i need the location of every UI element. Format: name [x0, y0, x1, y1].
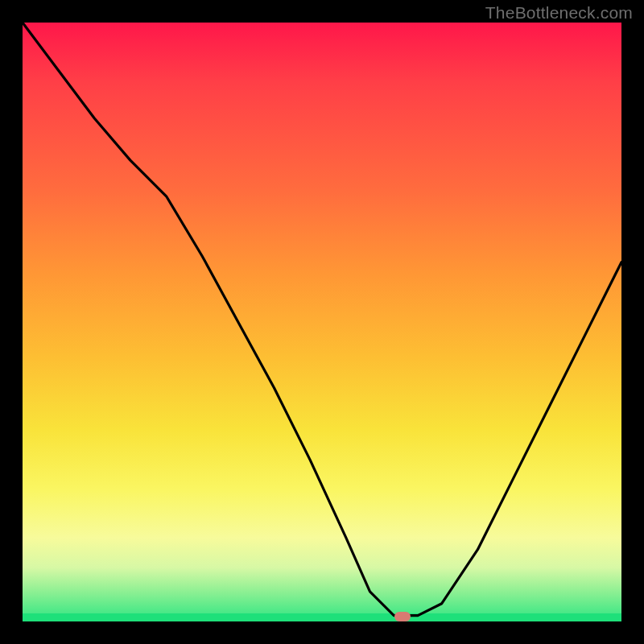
bottleneck-curve [23, 23, 621, 621]
watermark-text: TheBottleneck.com [485, 3, 633, 23]
optimum-marker [394, 612, 411, 621]
chart-frame: TheBottleneck.com [0, 0, 644, 644]
plot-area [23, 23, 621, 621]
